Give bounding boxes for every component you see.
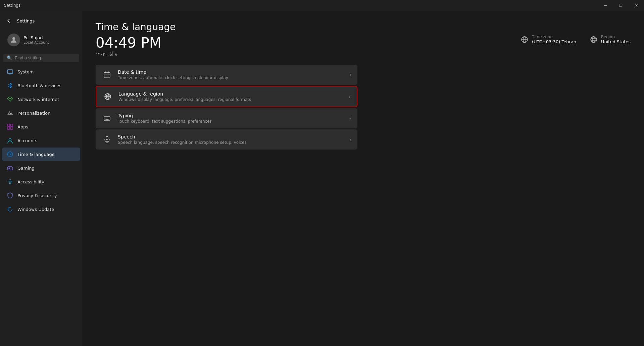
sidebar-nav: System Bluetooth & devices	[0, 65, 82, 216]
sidebar-item-accounts[interactable]: Accounts	[2, 134, 80, 147]
sidebar-item-accessibility[interactable]: Accessibility	[2, 175, 80, 188]
sidebar-item-time[interactable]: Time & language	[2, 148, 80, 161]
info-bar: Time zone (UTC+03:30) Tehran Region	[521, 35, 631, 44]
restore-button[interactable]: ❐	[613, 0, 629, 11]
timezone-icon	[521, 36, 529, 44]
svg-point-14	[11, 168, 11, 169]
search-icon: 🔍	[7, 55, 12, 60]
svg-rect-35	[106, 136, 108, 140]
speech-card[interactable]: Speech Speech language, speech recogniti…	[96, 129, 357, 150]
svg-point-0	[12, 37, 15, 40]
calendar-icon	[102, 69, 112, 80]
minimize-button[interactable]: ─	[598, 0, 613, 11]
chevron-right-icon: ›	[349, 116, 351, 121]
sidebar-item-label: Accessibility	[17, 179, 44, 184]
system-icon	[7, 68, 13, 75]
svg-rect-1	[7, 70, 13, 73]
language-icon	[102, 91, 113, 102]
region-info: Region United States	[590, 35, 631, 44]
svg-point-19	[591, 37, 597, 43]
app-body: Settings Pc_Sajad Local Account 🔍	[0, 11, 644, 346]
card-subtitle: Windows display language, preferred lang…	[118, 97, 343, 102]
update-icon	[7, 206, 13, 213]
keyboard-icon	[102, 113, 112, 124]
sidebar-app-title: Settings	[17, 18, 35, 23]
card-title: Speech	[118, 134, 344, 139]
avatar	[7, 34, 20, 46]
sidebar-item-update[interactable]: Windows Update	[2, 203, 80, 216]
page-title: Time & language	[96, 21, 631, 33]
sidebar-item-label: Accounts	[17, 138, 37, 143]
card-subtitle: Speech language, speech recognition micr…	[118, 140, 344, 145]
microphone-icon	[102, 134, 112, 145]
user-name: Pc_Sajad	[23, 35, 49, 40]
sidebar: Settings Pc_Sajad Local Account 🔍	[0, 11, 82, 346]
apps-icon	[7, 123, 13, 130]
svg-point-4	[10, 101, 10, 102]
user-info: Pc_Sajad Local Account	[23, 35, 49, 45]
svg-rect-6	[10, 124, 13, 126]
svg-point-20	[592, 37, 595, 43]
time-display: 04:49 PM	[96, 35, 161, 51]
titlebar-controls: ─ ❐ ✕	[598, 0, 644, 11]
region-value: United States	[601, 39, 631, 44]
timezone-info: Time zone (UTC+03:30) Tehran	[521, 35, 576, 44]
sidebar-item-network[interactable]: Network & internet	[2, 93, 80, 106]
user-type: Local Account	[23, 40, 49, 45]
region-label: Region	[601, 35, 631, 39]
time-icon	[7, 151, 13, 158]
chevron-right-icon: ›	[349, 72, 351, 77]
sidebar-item-system[interactable]: System	[2, 65, 80, 78]
svg-rect-8	[10, 127, 13, 129]
typing-card[interactable]: Typing Touch keyboard, text suggestions,…	[96, 108, 357, 128]
privacy-icon	[7, 192, 13, 199]
card-title: Typing	[118, 113, 344, 118]
date-time-card[interactable]: Date & time Time zones, automatic clock …	[96, 65, 357, 85]
card-subtitle: Time zones, automatic clock settings, ca…	[118, 75, 344, 80]
titlebar-title: Settings	[4, 3, 20, 8]
cards-container: Date & time Time zones, automatic clock …	[96, 65, 357, 150]
titlebar: Settings ─ ❐ ✕	[0, 0, 644, 11]
sidebar-item-label: Apps	[17, 124, 28, 129]
network-icon	[7, 96, 13, 103]
accounts-icon	[7, 137, 13, 144]
card-title: Date & time	[118, 69, 344, 75]
sidebar-item-gaming[interactable]: Gaming	[2, 161, 80, 175]
sidebar-item-privacy[interactable]: Privacy & security	[2, 189, 80, 202]
svg-rect-7	[7, 127, 10, 129]
svg-rect-21	[104, 72, 110, 78]
svg-point-9	[9, 139, 11, 141]
search-input[interactable]	[15, 55, 76, 60]
svg-rect-5	[7, 124, 10, 126]
chevron-right-icon: ›	[349, 94, 351, 99]
sidebar-item-label: Windows Update	[17, 207, 54, 212]
region-icon	[590, 36, 598, 44]
sidebar-item-apps[interactable]: Apps	[2, 120, 80, 133]
sidebar-item-label: Privacy & security	[17, 193, 57, 198]
timezone-value: (UTC+03:30) Tehran	[532, 39, 576, 44]
sidebar-item-label: Time & language	[17, 152, 55, 157]
sidebar-item-bluetooth[interactable]: Bluetooth & devices	[2, 79, 80, 92]
main-content: Time & language 04:49 PM ۸ آبان ۱۴۰۳	[82, 11, 644, 346]
sidebar-item-label: Gaming	[17, 166, 35, 171]
close-button[interactable]: ✕	[629, 0, 644, 11]
sidebar-header: Settings	[0, 14, 82, 29]
search-box: 🔍	[3, 54, 79, 62]
svg-rect-30	[104, 117, 110, 121]
personalization-icon	[7, 110, 13, 116]
card-title: Language & region	[118, 91, 343, 97]
user-profile[interactable]: Pc_Sajad Local Account	[3, 30, 80, 50]
search-wrap: 🔍	[0, 51, 82, 65]
timezone-label: Time zone	[532, 35, 576, 39]
svg-point-15	[10, 179, 11, 180]
sidebar-item-personalization[interactable]: Personalization	[2, 106, 80, 120]
language-region-card[interactable]: Language & region Windows display langua…	[96, 86, 357, 107]
gaming-icon	[7, 165, 13, 171]
sidebar-item-label: Network & internet	[17, 97, 59, 102]
sidebar-item-label: System	[17, 69, 34, 74]
date-display: ۸ آبان ۱۴۰۳	[96, 52, 161, 57]
sidebar-item-label: Bluetooth & devices	[17, 83, 61, 88]
accessibility-icon	[7, 178, 13, 185]
back-button[interactable]	[4, 16, 13, 25]
sidebar-item-label: Personalization	[17, 111, 51, 116]
